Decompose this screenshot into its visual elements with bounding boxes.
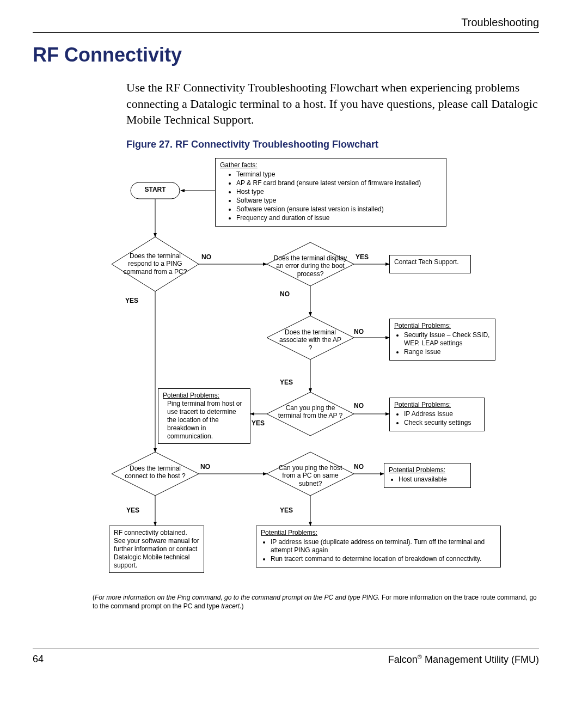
contact-box: Contact Tech Support.: [389, 255, 471, 273]
start-node: START: [131, 186, 180, 194]
d4-no-label: NO: [354, 402, 364, 410]
p4-title: Potential Problems:: [389, 466, 445, 474]
p5-title: Potential Problems:: [261, 529, 317, 536]
p2-title: Potential Problems:: [163, 392, 219, 399]
p1-item: Range Issue: [404, 348, 491, 356]
p5-box: Potential Problems: IP address issue (du…: [256, 526, 501, 567]
d3-no-label: NO: [354, 328, 364, 335]
p2-item: Ping terminal from host or use tracert t…: [163, 400, 246, 441]
p3-title: Potential Problems:: [394, 401, 451, 408]
p1-item: Security Issue – Check SSID, WEP, LEAP s…: [404, 331, 491, 347]
d2-text: Does the terminal display an error durin…: [272, 254, 348, 278]
d1-no-label: NO: [201, 253, 211, 261]
d6-yes-label: YES: [280, 506, 293, 514]
facts-title: Gather facts:: [220, 161, 258, 169]
d4-text: Can you ping the terminal from the AP ?: [278, 404, 343, 420]
p5-item: IP address issue (duplicate address on t…: [271, 538, 496, 554]
d2-no-label: NO: [280, 290, 290, 298]
facts-box: Gather facts: Terminal type AP & RF card…: [215, 158, 446, 227]
header-section: Troubleshooting: [33, 16, 539, 33]
facts-item: AP & RF card brand (ensure latest versio…: [236, 179, 442, 187]
product-right: Management Utility (FMU): [422, 654, 539, 665]
figure-caption: Figure 27. RF Connectivity Troubleshooti…: [126, 139, 539, 150]
d3-yes-label: YES: [280, 379, 293, 386]
footnote: (For more information on the Ping comman…: [93, 594, 539, 611]
d3-text: Does the terminal associate with the AP …: [278, 328, 343, 352]
d1-yes-label: YES: [125, 297, 138, 304]
reg-mark-icon: ®: [418, 654, 422, 660]
d6-no-label: NO: [354, 463, 364, 471]
d5-text: Does the terminal connect to the host ?: [122, 465, 188, 480]
intro-paragraph: Use the RF Connectivity Troubleshooting …: [126, 80, 539, 128]
p1-title: Potential Problems:: [394, 322, 451, 329]
d4-yes-label: YES: [252, 419, 265, 427]
d5-no-label: NO: [200, 463, 210, 471]
product-left: Falcon: [388, 654, 418, 665]
p3-box: Potential Problems: IP Address Issue Che…: [389, 398, 485, 431]
facts-item: Software type: [236, 197, 442, 205]
p3-item: IP Address Issue: [404, 410, 480, 418]
footnote-italic-2: tracert.: [221, 602, 241, 610]
facts-item: Terminal type: [236, 170, 442, 179]
facts-item: Frequency and duration of issue: [236, 214, 442, 222]
page-number: 64: [33, 654, 44, 666]
p4-item: Host unavailable: [399, 475, 466, 484]
page-title: RF Connectivity: [33, 44, 539, 66]
d2-yes-label: YES: [356, 253, 369, 261]
p3-item: Check security settings: [404, 419, 480, 427]
product-name: Falcon® Management Utility (FMU): [388, 654, 539, 666]
d1-text: Does the terminal respond to a PING comm…: [122, 252, 188, 276]
p5-item: Run tracert command to determine locatio…: [271, 555, 496, 563]
d5-yes-label: YES: [126, 506, 139, 514]
p2-box: Potential Problems: Ping terminal from h…: [158, 388, 250, 444]
end-box: RF connectivity obtained. See your softw…: [109, 526, 204, 573]
d6-text: Can you ping the host from a PC on same …: [272, 464, 348, 487]
footnote-italic-1: For more information on the Ping command…: [95, 594, 380, 601]
flowchart-container: START Gather facts: Terminal type AP & R…: [93, 158, 506, 588]
p4-box: Potential Problems: Host unavailable: [384, 463, 471, 488]
facts-item: Software version (ensure latest version …: [236, 205, 442, 213]
p1-box: Potential Problems: Security Issue – Che…: [389, 319, 495, 361]
facts-item: Host type: [236, 188, 442, 196]
footer: 64 Falcon® Management Utility (FMU): [33, 649, 539, 666]
